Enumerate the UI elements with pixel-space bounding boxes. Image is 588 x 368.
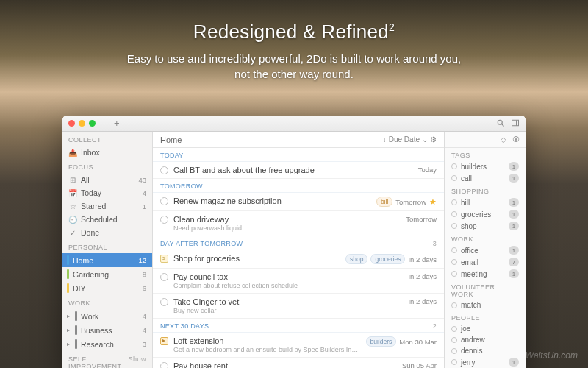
panel-toggle-icon[interactable] <box>511 117 520 130</box>
task-checkbox[interactable] <box>160 255 168 263</box>
tag-item-match[interactable]: match <box>445 300 526 311</box>
task-title: Take Ginger to vet <box>173 297 403 306</box>
gear-icon[interactable]: ⚙ <box>430 135 437 144</box>
traffic-light-minimize[interactable] <box>79 120 85 127</box>
task-checkbox[interactable] <box>160 216 168 224</box>
list-color-icon <box>67 255 69 265</box>
svg-line-1 <box>502 124 504 126</box>
tag-dot-icon <box>451 163 457 169</box>
list-color-icon <box>75 311 77 321</box>
sidebar: COLLECT📥InboxFOCUS⊞All43📅Today4☆Starred1… <box>62 132 153 368</box>
traffic-light-close[interactable] <box>68 120 75 127</box>
sidebar-list-home[interactable]: Home12 <box>62 253 152 267</box>
sidebar-list-gardening[interactable]: Gardening8 <box>62 267 152 281</box>
tag-item-call[interactable]: call1 <box>445 172 526 184</box>
task-note: Need powerwash liquid <box>173 224 401 232</box>
task-note: Complain about refuse collection schedul… <box>173 282 403 289</box>
tag-group-header: VOLUNTEER WORK <box>445 280 526 300</box>
tag-item-meeting[interactable]: meeting1 <box>445 268 526 280</box>
tag-dot-icon <box>451 359 457 365</box>
task-checkbox[interactable] <box>160 362 168 368</box>
sidebar-group-header: SELF IMPROVEMENTShow <box>62 351 152 368</box>
tag-item-groceries[interactable]: groceries1 <box>445 208 526 220</box>
tag-dot-icon <box>451 199 457 205</box>
tag-pill[interactable]: bill <box>376 197 392 207</box>
tag-item-email[interactable]: email7 <box>445 256 526 268</box>
task-row[interactable]: Shop for groceriesshopgroceriesIn 2 days <box>153 250 444 269</box>
tag-dot-icon <box>451 259 457 265</box>
watermark: WaitsUn.com <box>526 350 578 361</box>
task-row[interactable]: Call BT and ask about the free upgradeTo… <box>153 162 444 179</box>
tag-pill[interactable]: shop <box>345 254 368 264</box>
list-color-icon <box>67 283 69 293</box>
app-window: + COLLECT📥InboxFOCUS⊞All43📅Today4☆Starre… <box>62 116 526 368</box>
tag-item-dennis[interactable]: dennis <box>445 345 526 356</box>
check-icon: ✓ <box>68 228 77 237</box>
add-button[interactable]: + <box>114 118 120 129</box>
task-row[interactable]: Clean drivewayNeed powerwash liquidTomor… <box>153 211 444 236</box>
traffic-light-zoom[interactable] <box>89 120 96 127</box>
tag-item-office[interactable]: office1 <box>445 244 526 256</box>
task-section-header: DAY AFTER TOMORROW3 <box>153 236 444 250</box>
task-row[interactable]: Renew magazine subscriptionbillTomorrow★ <box>153 193 444 211</box>
list-color-icon <box>75 325 77 335</box>
task-due: In 2 days <box>408 255 437 263</box>
hero-title: Redesigned & Refined2 <box>0 21 588 43</box>
task-due: Sun 05 Apr <box>402 361 437 368</box>
tag-dot-icon <box>451 211 457 217</box>
task-section-header: TOMORROW <box>153 179 444 193</box>
cal-icon: 📅 <box>68 188 77 197</box>
sidebar-item-done[interactable]: ✓Done <box>62 226 152 239</box>
tag-icon[interactable]: ◇ <box>501 135 506 144</box>
tag-item-bill[interactable]: bill1 <box>445 197 526 208</box>
task-due: In 2 days <box>408 272 437 280</box>
tag-item-andrew[interactable]: andrew <box>445 334 526 345</box>
sidebar-list-business[interactable]: ▸Business4 <box>62 323 152 337</box>
task-due: Tomorrow <box>406 215 437 223</box>
task-row[interactable]: Pay house rentSun 05 Apr <box>153 358 444 368</box>
task-checkbox[interactable] <box>160 197 168 205</box>
location-icon[interactable]: ⦿ <box>512 135 520 144</box>
sidebar-item-today[interactable]: 📅Today4 <box>62 186 152 199</box>
task-row[interactable]: Pay council taxComplain about refuse col… <box>153 269 444 294</box>
tag-group-header: WORK <box>445 232 526 244</box>
task-checkbox[interactable] <box>160 337 168 345</box>
task-checkbox[interactable] <box>160 298 168 306</box>
breadcrumb[interactable]: Home <box>160 135 182 144</box>
task-checkbox[interactable] <box>160 166 168 174</box>
task-section-header: TODAY <box>153 148 444 162</box>
search-icon[interactable] <box>496 117 505 130</box>
tag-dot-icon <box>451 271 457 277</box>
sidebar-item-inbox[interactable]: 📥Inbox <box>62 146 152 159</box>
tag-item-jerry[interactable]: jerry1 <box>445 356 526 368</box>
tag-item-shop[interactable]: shop1 <box>445 220 526 232</box>
task-row[interactable]: Take Ginger to vetBuy new collarIn 2 day… <box>153 294 444 319</box>
task-list: TODAYCall BT and ask about the free upgr… <box>153 148 444 368</box>
star-icon[interactable]: ★ <box>429 197 437 207</box>
sidebar-list-diy[interactable]: DIY6 <box>62 281 152 295</box>
tag-item-joe[interactable]: joe <box>445 323 526 334</box>
task-note: Buy new collar <box>173 307 403 314</box>
show-toggle[interactable]: Show <box>128 355 146 363</box>
list-color-icon <box>75 339 77 349</box>
sidebar-item-starred[interactable]: ☆Starred1 <box>62 199 152 213</box>
sort-control[interactable]: ↓ Due Date ⌄ ⚙ <box>383 135 437 144</box>
tag-item-builders[interactable]: builders1 <box>445 160 526 172</box>
sidebar-group-header: WORK <box>62 295 152 309</box>
tags-panel: ◇ ⦿ TAGSbuilders1call1SHOPPINGbill1groce… <box>445 132 526 368</box>
svg-rect-2 <box>512 120 519 126</box>
tag-dot-icon <box>451 175 457 181</box>
sidebar-item-all[interactable]: ⊞All43 <box>62 173 152 186</box>
tags-panel-toolbar: ◇ ⦿ <box>445 132 526 148</box>
task-title: Pay house rent <box>173 361 397 368</box>
tag-dot-icon <box>451 247 457 253</box>
tag-pill[interactable]: groceries <box>370 254 405 264</box>
task-checkbox[interactable] <box>160 273 168 281</box>
sidebar-list-research[interactable]: ▸Research3 <box>62 337 152 351</box>
tag-dot-icon <box>451 326 457 332</box>
tag-pill[interactable]: builders <box>366 336 397 347</box>
sidebar-list-work[interactable]: ▸Work4 <box>62 309 152 323</box>
disclosure-icon: ▸ <box>67 313 70 319</box>
task-row[interactable]: Loft extensionGet a new bedroom and an e… <box>153 333 444 358</box>
sidebar-item-scheduled[interactable]: 🕘Scheduled <box>62 213 152 226</box>
